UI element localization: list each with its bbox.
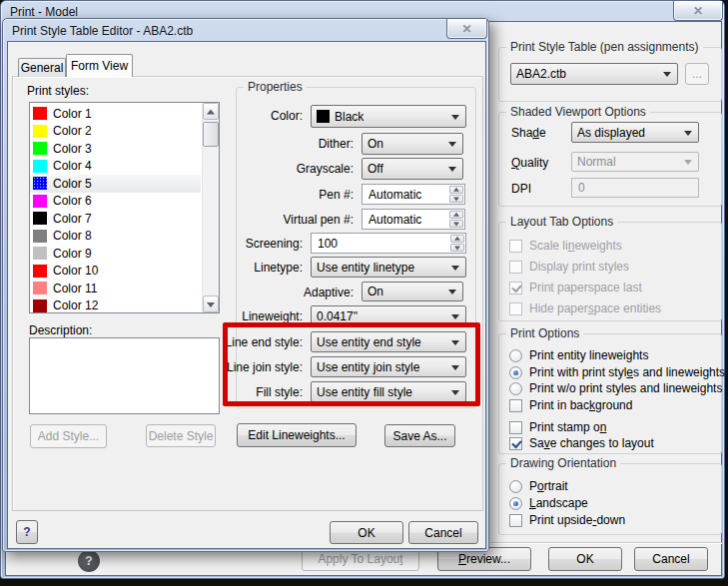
print-cancel-button[interactable]: Cancel	[634, 547, 708, 571]
list-item[interactable]: Color 6	[30, 193, 201, 211]
color-select[interactable]: Black	[311, 105, 466, 128]
color-swatch	[33, 125, 47, 138]
color-swatch	[33, 282, 47, 294]
editor-cancel-button[interactable]: Cancel	[408, 521, 478, 544]
checkbox-hide-paperspace-entities: Hide paperspace entities	[509, 301, 661, 315]
help-icon[interactable]: ?	[78, 550, 100, 572]
pen-assignments-group: Print Style Table (pen assignments) ABA2…	[498, 47, 722, 102]
grayscale-select[interactable]: Off	[362, 158, 463, 180]
color-swatch	[33, 247, 47, 260]
list-item[interactable]: Color 4	[30, 158, 201, 176]
color-swatch	[33, 177, 47, 190]
color-swatch	[33, 195, 47, 208]
lineweight-label: Lineweight:	[242, 309, 303, 323]
radio-print-with-print-styles[interactable]: Print with print styles and lineweights	[509, 365, 725, 379]
quality-select: Normal	[571, 152, 699, 172]
checkbox-print-upside-down[interactable]: Print upside-down	[509, 513, 625, 527]
list-item[interactable]: Color 12	[30, 297, 201, 314]
color-swatch	[33, 142, 47, 155]
print-styles-list[interactable]: Color 1 Color 2 Color 3 Color 4 Color 5 …	[29, 102, 220, 313]
line-end-style-select[interactable]: Use entity end style	[311, 331, 466, 352]
scroll-up-icon[interactable]	[203, 103, 219, 120]
list-item[interactable]: Color 10	[30, 263, 201, 281]
print-model-title: Print - Model	[10, 5, 78, 19]
adaptive-select[interactable]: On	[362, 282, 463, 301]
list-item-selected[interactable]: Color 5	[30, 175, 201, 193]
list-item[interactable]: Color 11	[30, 280, 201, 297]
print-styles-label: Print styles:	[27, 84, 89, 98]
add-style-button[interactable]: Add Style...	[30, 424, 107, 448]
spin-down-icon[interactable]	[450, 244, 464, 252]
list-item[interactable]: Color 3	[30, 140, 201, 158]
radio-selected-icon	[509, 497, 522, 510]
edit-lineweights-button[interactable]: Edit Lineweights...	[237, 423, 357, 447]
drawing-orientation-legend: Drawing Orientation	[506, 456, 620, 470]
editor-help-button[interactable]: ?	[16, 520, 38, 544]
print-options-group: Print Options Print entity lineweights P…	[498, 333, 722, 454]
drawing-orientation-group: Drawing Orientation Portrait Landscape P…	[498, 463, 722, 535]
close-icon[interactable]: ✕	[673, 1, 723, 21]
delete-style-button[interactable]: Delete Style	[146, 424, 216, 447]
line-join-style-select[interactable]: Use entity join style	[311, 356, 466, 377]
checkbox-icon	[509, 240, 522, 253]
dither-select[interactable]: On	[362, 133, 463, 155]
color-swatch	[33, 230, 47, 243]
screening-stepper[interactable]: 100	[311, 233, 466, 254]
dither-label: Dither:	[319, 137, 354, 151]
shade-select[interactable]: As displayed	[571, 122, 699, 143]
color-label: Color:	[271, 109, 303, 123]
checkbox-save-changes-to-layout[interactable]: Save changes to layout	[509, 436, 654, 450]
scrollbar-thumb[interactable]	[203, 122, 219, 147]
linetype-select[interactable]: Use entity linetype	[311, 257, 466, 278]
description-label: Description:	[29, 323, 92, 337]
checkbox-checked-icon	[509, 437, 522, 450]
radio-icon	[509, 349, 522, 362]
fill-style-select[interactable]: Use entity fill style	[311, 381, 466, 402]
checkbox-icon	[509, 421, 522, 434]
checkbox-print-in-background[interactable]: Print in background	[509, 398, 632, 412]
spin-up-icon[interactable]	[449, 186, 463, 194]
pen-number-stepper[interactable]: Automatic	[362, 184, 465, 205]
fill-style-label: Fill style:	[256, 385, 303, 399]
lineweight-select[interactable]: 0.0417"	[311, 305, 466, 326]
scroll-down-icon[interactable]	[203, 295, 219, 312]
checkbox-icon	[509, 261, 522, 274]
list-item[interactable]: Color 1	[30, 105, 201, 123]
print-ok-button[interactable]: OK	[548, 547, 622, 571]
spin-down-icon[interactable]	[449, 220, 463, 228]
color-swatch	[33, 265, 47, 278]
radio-icon	[509, 382, 522, 395]
spin-up-icon[interactable]	[449, 211, 463, 219]
dpi-label: DPI	[511, 182, 531, 196]
tab-form-view[interactable]: Form View	[66, 54, 133, 77]
adaptive-label: Adaptive:	[304, 286, 354, 299]
screening-label: Screening:	[246, 237, 303, 251]
save-as-button[interactable]: Save As...	[384, 424, 455, 447]
screen: Print - Model ✕ Print Style Table (pen a…	[0, 0, 728, 586]
print-options-legend: Print Options	[506, 326, 583, 340]
virtual-pen-stepper[interactable]: Automatic	[362, 209, 465, 230]
description-input[interactable]	[29, 337, 220, 414]
spin-down-icon[interactable]	[449, 195, 463, 203]
editor-close-icon[interactable]: ✕	[446, 19, 487, 39]
radio-landscape[interactable]: Landscape	[509, 496, 588, 510]
color-swatch	[317, 110, 330, 123]
list-item[interactable]: Color 8	[30, 228, 201, 246]
spin-up-icon[interactable]	[450, 235, 464, 243]
list-item[interactable]: Color 9	[30, 245, 201, 263]
scrollbar[interactable]	[202, 103, 219, 312]
list-item[interactable]: Color 2	[30, 123, 201, 141]
print-style-table-select[interactable]: ABA2.ctb	[510, 63, 678, 85]
grayscale-label: Grayscale:	[297, 162, 354, 176]
radio-print-without-print-styles[interactable]: Print w/o print styles and lineweights	[509, 381, 722, 395]
radio-portrait[interactable]: Portrait	[509, 479, 568, 493]
list-item[interactable]: Color 7	[30, 210, 201, 228]
edit-print-style-table-button[interactable]: ...	[685, 63, 709, 85]
checkbox-print-stamp-on[interactable]: Print stamp on	[509, 420, 606, 434]
editor-ok-button[interactable]: OK	[330, 521, 403, 544]
radio-print-entity-lineweights[interactable]: Print entity lineweights	[509, 348, 648, 362]
color-swatch	[33, 299, 47, 312]
virtual-pen-label: Virtual pen #:	[284, 213, 355, 227]
checkbox-icon	[509, 399, 522, 412]
tab-general[interactable]: General	[18, 58, 66, 77]
